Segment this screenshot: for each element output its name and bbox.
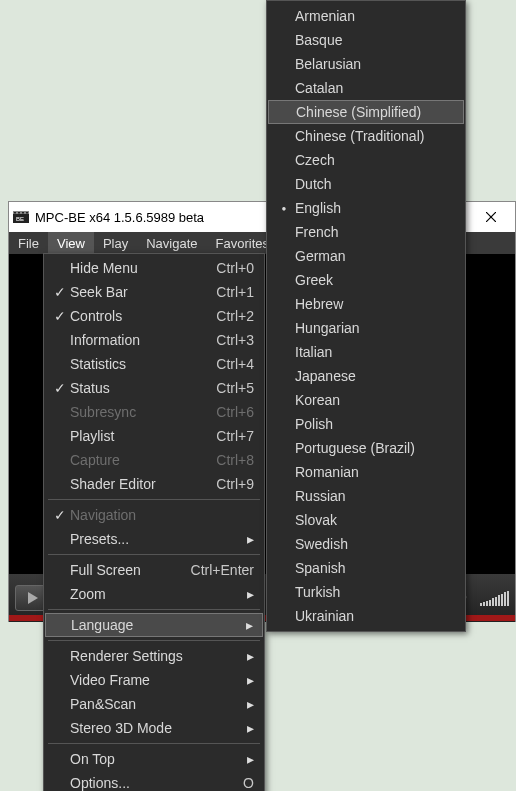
menu-item-status[interactable]: ✓StatusCtrl+5 <box>44 376 264 400</box>
menu-item-label: Stereo 3D Mode <box>70 720 247 736</box>
language-item-belarusian[interactable]: Belarusian <box>267 52 465 76</box>
menu-item-label: Options... <box>70 775 194 791</box>
language-item-basque[interactable]: Basque <box>267 28 465 52</box>
language-item-czech[interactable]: Czech <box>267 148 465 172</box>
menu-item-playlist[interactable]: PlaylistCtrl+7 <box>44 424 264 448</box>
menu-item-renderer-settings[interactable]: Renderer Settings▸ <box>44 644 264 668</box>
language-label: Hungarian <box>295 320 360 336</box>
language-label: French <box>295 224 339 240</box>
language-item-german[interactable]: German <box>267 244 465 268</box>
language-item-armenian[interactable]: Armenian <box>267 4 465 28</box>
menu-item-language[interactable]: Language▸ <box>45 613 263 637</box>
menu-item-label: On Top <box>70 751 247 767</box>
menu-item-label: Language <box>71 617 246 633</box>
language-item-ukrainian[interactable]: Ukrainian <box>267 604 465 628</box>
language-label: Chinese (Simplified) <box>296 104 421 120</box>
language-label: Chinese (Traditional) <box>295 128 424 144</box>
view-menu: Hide MenuCtrl+0✓Seek BarCtrl+1✓ControlsC… <box>43 253 265 791</box>
menu-item-controls[interactable]: ✓ControlsCtrl+2 <box>44 304 264 328</box>
language-item-chinese-traditional[interactable]: Chinese (Traditional) <box>267 124 465 148</box>
menu-item-seek-bar[interactable]: ✓Seek BarCtrl+1 <box>44 280 264 304</box>
language-label: Russian <box>295 488 346 504</box>
language-item-russian[interactable]: Russian <box>267 484 465 508</box>
menubar-item-play[interactable]: Play <box>94 232 137 254</box>
menu-item-shortcut: Ctrl+5 <box>194 380 254 396</box>
menubar-item-view[interactable]: View <box>48 232 94 254</box>
menu-item-subresync: SubresyncCtrl+6 <box>44 400 264 424</box>
app-icon: BE <box>13 209 29 225</box>
language-item-korean[interactable]: Korean <box>267 388 465 412</box>
language-item-dutch[interactable]: Dutch <box>267 172 465 196</box>
menu-item-statistics[interactable]: StatisticsCtrl+4 <box>44 352 264 376</box>
language-item-polish[interactable]: Polish <box>267 412 465 436</box>
language-item-japanese[interactable]: Japanese <box>267 364 465 388</box>
menu-item-shortcut: Ctrl+6 <box>194 404 254 420</box>
menu-item-information[interactable]: InformationCtrl+3 <box>44 328 264 352</box>
menu-item-label: Zoom <box>70 586 247 602</box>
check-icon: ✓ <box>50 308 70 324</box>
menu-item-shader-editor[interactable]: Shader EditorCtrl+9 <box>44 472 264 496</box>
language-item-portuguese-brazil[interactable]: Portuguese (Brazil) <box>267 436 465 460</box>
language-label: Belarusian <box>295 56 361 72</box>
language-item-chinese-simplified[interactable]: Chinese (Simplified) <box>268 100 464 124</box>
language-item-spanish[interactable]: Spanish <box>267 556 465 580</box>
language-label: German <box>295 248 346 264</box>
menu-item-shortcut: O <box>194 775 254 791</box>
language-label: English <box>295 200 341 216</box>
language-item-hungarian[interactable]: Hungarian <box>267 316 465 340</box>
menu-item-label: Seek Bar <box>70 284 194 300</box>
menu-item-label: Video Frame <box>70 672 247 688</box>
menubar-item-file[interactable]: File <box>9 232 48 254</box>
menu-item-full-screen[interactable]: Full ScreenCtrl+Enter <box>44 558 264 582</box>
menu-item-label: Information <box>70 332 194 348</box>
language-item-turkish[interactable]: Turkish <box>267 580 465 604</box>
language-label: Italian <box>295 344 332 360</box>
check-icon: ✓ <box>50 380 70 396</box>
language-item-slovak[interactable]: Slovak <box>267 508 465 532</box>
language-item-romanian[interactable]: Romanian <box>267 460 465 484</box>
menu-separator <box>48 609 260 610</box>
language-item-english[interactable]: ●English <box>267 196 465 220</box>
menu-item-on-top[interactable]: On Top▸ <box>44 747 264 771</box>
language-label: Japanese <box>295 368 356 384</box>
chevron-right-icon: ▸ <box>247 586 254 602</box>
menu-separator <box>48 743 260 744</box>
language-item-greek[interactable]: Greek <box>267 268 465 292</box>
menu-item-shortcut: Ctrl+4 <box>194 356 254 372</box>
language-item-italian[interactable]: Italian <box>267 340 465 364</box>
menubar-item-navigate[interactable]: Navigate <box>137 232 206 254</box>
language-label: Romanian <box>295 464 359 480</box>
menu-item-options[interactable]: Options...O <box>44 771 264 791</box>
volume-slider[interactable] <box>480 590 509 606</box>
menu-item-zoom[interactable]: Zoom▸ <box>44 582 264 606</box>
language-label: Turkish <box>295 584 340 600</box>
menu-item-shortcut: Ctrl+Enter <box>191 562 254 578</box>
menu-item-label: Capture <box>70 452 194 468</box>
language-label: Spanish <box>295 560 346 576</box>
chevron-right-icon: ▸ <box>247 720 254 736</box>
language-menu: ArmenianBasqueBelarusianCatalanChinese (… <box>266 0 466 632</box>
menu-item-presets[interactable]: Presets...▸ <box>44 527 264 551</box>
menu-item-label: Pan&Scan <box>70 696 247 712</box>
menu-item-stereo-3d-mode[interactable]: Stereo 3D Mode▸ <box>44 716 264 740</box>
menu-item-pan-scan[interactable]: Pan&Scan▸ <box>44 692 264 716</box>
language-label: Polish <box>295 416 333 432</box>
menu-item-shortcut: Ctrl+1 <box>194 284 254 300</box>
menu-item-label: Statistics <box>70 356 194 372</box>
svg-text:BE: BE <box>16 216 24 222</box>
menu-separator <box>48 640 260 641</box>
language-item-hebrew[interactable]: Hebrew <box>267 292 465 316</box>
radio-icon: ● <box>273 204 295 213</box>
menu-item-video-frame[interactable]: Video Frame▸ <box>44 668 264 692</box>
menu-item-hide-menu[interactable]: Hide MenuCtrl+0 <box>44 256 264 280</box>
menu-separator <box>48 499 260 500</box>
chevron-right-icon: ▸ <box>247 751 254 767</box>
language-label: Portuguese (Brazil) <box>295 440 415 456</box>
close-button[interactable] <box>471 203 511 231</box>
language-item-swedish[interactable]: Swedish <box>267 532 465 556</box>
svg-rect-2 <box>14 212 16 214</box>
language-item-catalan[interactable]: Catalan <box>267 76 465 100</box>
language-item-french[interactable]: French <box>267 220 465 244</box>
menu-item-label: Hide Menu <box>70 260 194 276</box>
menu-item-label: Controls <box>70 308 194 324</box>
